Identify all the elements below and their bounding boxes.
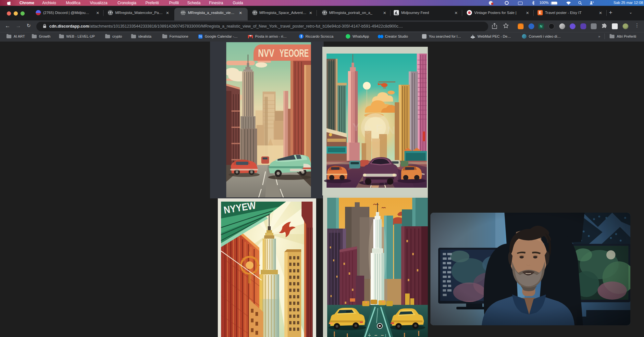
- svg-text:Y: Y: [353, 121, 360, 133]
- svg-text:N: N: [387, 124, 395, 136]
- svg-text:YEOORE: YEOORE: [279, 47, 309, 59]
- svg-text:©: ©: [363, 123, 371, 136]
- svg-text:NVV: NVV: [258, 47, 274, 59]
- svg-text:F: F: [376, 122, 383, 134]
